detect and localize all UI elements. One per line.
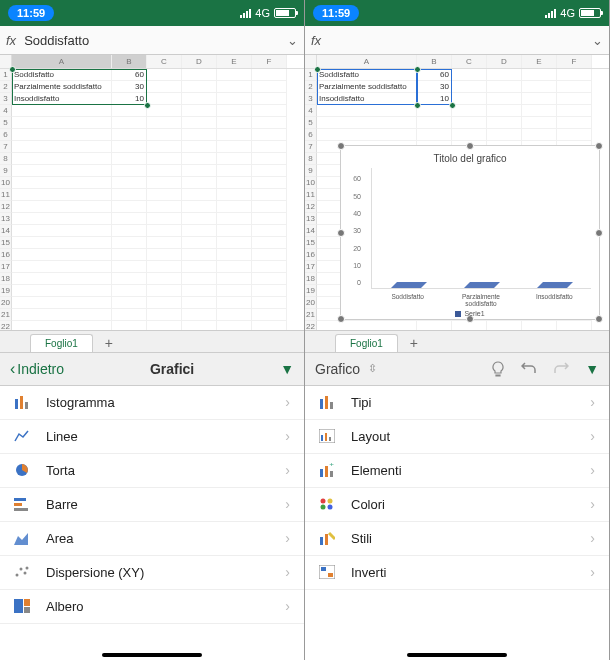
option-tree[interactable]: Albero› [0,590,304,624]
chart-type-list: Istogramma› Linee› Torta› Barre› Area› D… [0,386,304,661]
clock: 11:59 [8,5,54,21]
add-sheet-button[interactable]: + [398,335,430,352]
selection-handle[interactable] [414,66,421,73]
svg-rect-0 [15,399,18,409]
option-lines[interactable]: Linee› [0,420,304,454]
chevron-right-icon: › [285,530,290,546]
formula-bar[interactable]: fx ⌄ [305,26,609,55]
status-bar: 11:59 4G [0,0,304,26]
formula-input[interactable]: Soddisfatto [24,33,287,48]
option-bars[interactable]: Barre› [0,488,304,522]
spreadsheet-grid[interactable]: A B C D E F 1Soddisfatto60 2Parzialmente… [0,55,304,330]
resize-handle[interactable] [595,142,603,150]
svg-rect-31 [325,534,328,545]
embedded-chart[interactable]: Titolo del grafico 0 10 20 30 40 50 60 [340,145,600,320]
panel-title: Grafico [315,361,360,377]
cell[interactable]: Parzialmente soddisfatto [12,81,112,93]
formula-bar[interactable]: fx Soddisfatto ⌄ [0,26,304,55]
col-header[interactable]: B [112,55,147,68]
svg-rect-12 [14,599,23,613]
collapse-icon[interactable]: ▼ [280,361,294,377]
chevron-down-icon[interactable]: ⌄ [592,33,603,48]
svg-point-27 [328,499,333,504]
cell[interactable]: 30 [112,81,147,93]
svg-point-9 [20,568,23,571]
option-colors[interactable]: Colori› [305,488,609,522]
option-types[interactable]: Tipi› [305,386,609,420]
col-header[interactable]: E [217,55,252,68]
col-header[interactable]: D [182,55,217,68]
selection-handle[interactable] [314,66,321,73]
cell[interactable]: 10 [112,93,147,105]
expand-icon[interactable]: ⇳ [368,362,377,375]
redo-icon[interactable] [553,362,569,376]
bar-chart-icon [14,497,34,511]
option-styles[interactable]: Stili› [305,522,609,556]
svg-point-26 [321,499,326,504]
cell[interactable]: 10 [417,93,452,105]
col-header[interactable]: A [317,55,417,68]
spreadsheet-grid[interactable]: A B C D E F 1Soddisfatto60 2Parzialmente… [305,55,609,330]
option-elements[interactable]: +Elementi› [305,454,609,488]
svg-marker-7 [14,533,28,545]
home-indicator[interactable] [407,653,507,657]
option-area[interactable]: Area› [0,522,304,556]
resize-handle[interactable] [595,229,603,237]
svg-rect-20 [325,433,327,441]
cell[interactable]: 60 [112,69,147,81]
col-header[interactable]: C [452,55,487,68]
col-header[interactable]: F [557,55,592,68]
col-header[interactable]: F [252,55,287,68]
chevron-right-icon: › [285,496,290,512]
col-header[interactable]: E [522,55,557,68]
cell[interactable]: Parzialmente soddisfatto [317,81,417,93]
battery-icon [579,8,601,18]
option-histogram[interactable]: Istogramma› [0,386,304,420]
selection-handle[interactable] [414,102,421,109]
resize-handle[interactable] [466,142,474,150]
lightbulb-icon[interactable] [491,361,505,377]
option-scatter[interactable]: Dispersione (XY)› [0,556,304,590]
option-invert[interactable]: Inverti› [305,556,609,590]
chevron-right-icon: › [285,564,290,580]
network-label: 4G [255,7,270,19]
undo-icon[interactable] [521,362,537,376]
svg-rect-24 [330,471,333,477]
selection-handle[interactable] [449,102,456,109]
sheet-tabs: Foglio1 + [305,330,609,352]
sheet-tab[interactable]: Foglio1 [30,334,93,352]
chevron-right-icon: › [285,462,290,478]
cell[interactable]: Insoddisfatto [12,93,112,105]
fx-label: fx [311,33,321,48]
resize-handle[interactable] [337,229,345,237]
col-header[interactable]: D [487,55,522,68]
svg-rect-23 [325,466,328,477]
back-button[interactable]: ‹Indietro [10,360,64,378]
area-chart-icon [14,531,34,545]
cell[interactable]: 30 [417,81,452,93]
col-header[interactable]: B [417,55,452,68]
signal-icon [240,9,251,18]
svg-rect-4 [14,498,26,501]
chevron-right-icon: › [590,530,595,546]
chevron-down-icon[interactable]: ⌄ [287,33,298,48]
home-indicator[interactable] [102,653,202,657]
option-layout[interactable]: Layout› [305,420,609,454]
chevron-left-icon: ‹ [10,360,15,378]
selection-handle[interactable] [9,66,16,73]
cell[interactable]: 60 [417,69,452,81]
styles-icon [319,531,339,545]
add-sheet-button[interactable]: + [93,335,125,352]
panel-header: Grafico ⇳ ▼ [305,352,609,386]
col-header[interactable]: C [147,55,182,68]
col-header[interactable]: A [12,55,112,68]
resize-handle[interactable] [337,142,345,150]
cell[interactable]: Soddisfatto [317,69,417,81]
sheet-tab[interactable]: Foglio1 [335,334,398,352]
option-pie[interactable]: Torta› [0,454,304,488]
collapse-icon[interactable]: ▼ [585,361,599,377]
cell[interactable]: Soddisfatto [12,69,112,81]
cell[interactable]: Insoddisfatto [317,93,417,105]
svg-rect-13 [24,599,30,606]
selection-handle[interactable] [144,102,151,109]
